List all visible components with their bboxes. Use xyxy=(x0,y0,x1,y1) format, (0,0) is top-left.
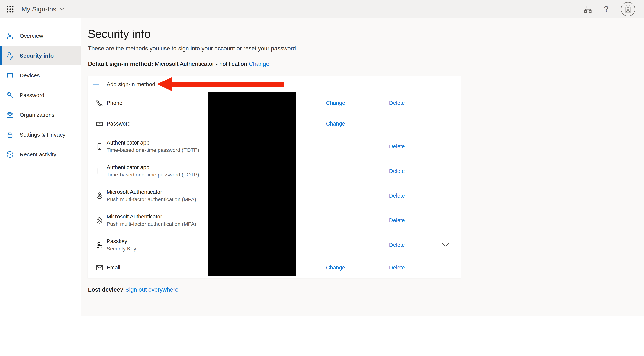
help-button[interactable]: ? xyxy=(604,4,608,14)
default-method-value: Microsoft Authenticator - notification xyxy=(155,61,247,67)
app-title-menu[interactable]: My Sign-Ins xyxy=(22,5,65,13)
account-button[interactable] xyxy=(620,1,636,17)
page-title: Security info xyxy=(88,27,151,40)
email-delete-link[interactable]: Delete xyxy=(389,265,405,271)
plus-icon xyxy=(92,80,100,88)
briefcase-icon xyxy=(6,111,14,119)
microsoft-authenticator-1-delete-link[interactable]: Delete xyxy=(389,193,405,199)
sidebar-item-organizations[interactable]: Organizations xyxy=(0,105,81,125)
sidebar-item-recent-activity[interactable]: Recent activity xyxy=(0,144,81,164)
authenticator-icon xyxy=(95,191,104,200)
laptop-icon xyxy=(6,71,14,80)
chevron-down-icon xyxy=(59,6,65,12)
default-method-label: Default sign-in method: xyxy=(88,61,153,67)
redaction-box xyxy=(208,92,296,276)
sidebar-nav: Overview Security info Devices xyxy=(0,18,81,356)
authenticator-app-2-delete-link[interactable]: Delete xyxy=(389,168,405,174)
microsoft-authenticator-2-delete-link[interactable]: Delete xyxy=(389,217,405,224)
sidebar-item-label: Password xyxy=(20,92,44,98)
sidebar-item-overview[interactable]: Overview xyxy=(0,26,81,46)
method-detail: Security Key xyxy=(106,246,136,252)
sidebar-item-label: Devices xyxy=(20,72,40,79)
method-name: Microsoft Authenticator xyxy=(106,214,196,220)
main-content: Security info These are the methods you … xyxy=(81,18,644,356)
email-change-link[interactable]: Change xyxy=(326,265,345,271)
help-icon: ? xyxy=(604,4,608,14)
app-title: My Sign-Ins xyxy=(22,5,56,13)
method-detail: Push multi-factor authentication (MFA) xyxy=(106,221,196,227)
person-edit-icon xyxy=(6,51,14,60)
sidebar-item-password[interactable]: Password xyxy=(0,85,81,105)
mobile-icon xyxy=(95,142,104,151)
phone-change-link[interactable]: Change xyxy=(326,100,345,106)
authenticator-app-1-delete-link[interactable]: Delete xyxy=(389,143,405,150)
method-name: Microsoft Authenticator xyxy=(106,189,196,195)
method-name: Password xyxy=(106,121,130,127)
default-method-change-link[interactable]: Change xyxy=(249,61,269,67)
authenticator-icon xyxy=(95,216,104,225)
app-launcher-icon xyxy=(6,5,14,13)
method-name: Passkey xyxy=(106,238,136,244)
passkey-expand-button[interactable] xyxy=(442,243,450,247)
account-badge-icon xyxy=(620,1,636,17)
password-icon xyxy=(95,119,104,128)
chevron-down-icon xyxy=(442,243,450,247)
sidebar-item-label: Organizations xyxy=(20,112,54,118)
history-icon xyxy=(6,150,14,159)
method-name: Authenticator app xyxy=(106,140,199,146)
key-icon xyxy=(6,91,14,99)
mobile-icon xyxy=(95,167,104,176)
mail-icon xyxy=(95,263,104,272)
sidebar-item-label: Settings & Privacy xyxy=(20,131,65,138)
red-arrow-annotation xyxy=(157,77,284,91)
method-detail: Push multi-factor authentication (MFA) xyxy=(106,196,196,202)
sidebar-item-security-info[interactable]: Security info xyxy=(0,46,81,65)
password-change-link[interactable]: Change xyxy=(326,121,345,127)
sign-out-everywhere-link[interactable]: Sign out everywhere xyxy=(125,286,178,293)
sidebar-item-devices[interactable]: Devices xyxy=(0,65,81,85)
method-name: Phone xyxy=(106,100,122,106)
phone-delete-link[interactable]: Delete xyxy=(389,100,405,106)
method-name: Email xyxy=(106,265,120,271)
sidebar-item-label: Overview xyxy=(20,33,43,39)
sidebar-item-settings-privacy[interactable]: Settings & Privacy xyxy=(0,125,81,144)
method-detail: Time-based one-time password (TOTP) xyxy=(106,147,199,153)
organization-button[interactable] xyxy=(583,5,592,14)
sidebar-item-label: Security info xyxy=(20,52,54,59)
phone-icon xyxy=(95,99,104,108)
lost-device-line: Lost device? Sign out everywhere xyxy=(88,286,178,293)
my-sign-ins-page: My Sign-Ins ? xyxy=(0,0,644,356)
method-detail: Time-based one-time password (TOTP) xyxy=(106,172,199,178)
method-name: Authenticator app xyxy=(106,164,199,170)
app-launcher-button[interactable] xyxy=(4,3,16,15)
organization-icon xyxy=(583,5,592,14)
sidebar-item-label: Recent activity xyxy=(20,151,56,158)
lock-icon xyxy=(6,130,14,139)
passkey-icon xyxy=(95,241,104,250)
page-subtitle: These are the methods you use to sign in… xyxy=(88,45,298,52)
topbar-actions: ? xyxy=(583,1,636,17)
default-signin-method-line: Default sign-in method: Microsoft Authen… xyxy=(88,61,269,67)
lost-device-label: Lost device? xyxy=(88,286,124,293)
person-icon xyxy=(6,32,14,40)
top-bar: My Sign-Ins ? xyxy=(0,0,644,18)
passkey-delete-link[interactable]: Delete xyxy=(389,242,405,248)
add-sign-in-method-label: Add sign-in method xyxy=(106,81,155,87)
